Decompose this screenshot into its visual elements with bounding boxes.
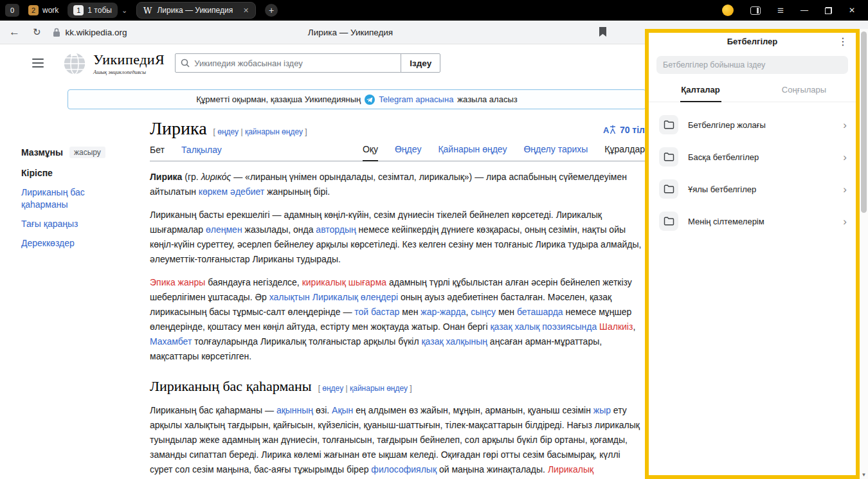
- article-link[interactable]: беташарда: [517, 307, 563, 317]
- bracket: ]: [305, 127, 307, 136]
- window-minimize-button[interactable]: —: [800, 6, 808, 15]
- tab-group-dropdown-icon[interactable]: ⌄: [122, 6, 127, 15]
- tab-group-work-count: 2: [28, 5, 39, 15]
- tab-close-icon[interactable]: ✕: [243, 6, 249, 15]
- bookmarks-search[interactable]: [656, 56, 848, 74]
- browser-menu-icon[interactable]: ≡: [777, 5, 784, 16]
- article-red-link[interactable]: Эпика жанры: [150, 277, 205, 287]
- wiki-hamburger-icon[interactable]: [32, 59, 44, 68]
- folder-mobile-bookmarks[interactable]: Ұялы бетбелгілер ›: [649, 173, 856, 205]
- language-count-label: 70 тіл: [620, 125, 645, 135]
- site-security-chip[interactable]: kk.wikipedia.org: [53, 28, 127, 37]
- folder-bookmarks-bar[interactable]: Бетбелгілер жолағы ›: [649, 109, 856, 141]
- article-link[interactable]: автордың: [316, 224, 356, 235]
- article-link[interactable]: Лирикалық өлеңдері: [312, 292, 398, 302]
- tab-group-current[interactable]: 1 1 тобы: [68, 3, 118, 18]
- folder-icon: [659, 212, 678, 231]
- page-tab-edit[interactable]: Өңдеу: [395, 144, 421, 161]
- toc-item-main-character[interactable]: Лириканың бас қаһарманы: [21, 186, 118, 211]
- article-link[interactable]: халықтын: [269, 292, 310, 302]
- new-tab-button[interactable]: +: [265, 4, 278, 17]
- article-text: өзі.: [313, 405, 332, 415]
- toc-item-intro[interactable]: Кіріспе: [21, 167, 118, 179]
- page-tab-article[interactable]: Бет: [150, 145, 165, 161]
- divider: |: [240, 127, 242, 136]
- tab-folders[interactable]: Қалталар: [649, 79, 752, 102]
- active-tab[interactable]: W Лирика — Уикипедия ✕: [136, 2, 256, 19]
- tab-bar-right-controls: ≡ — ✕: [722, 5, 863, 16]
- bookmark-flag-icon[interactable]: [599, 27, 606, 37]
- bookmarks-panel-title: Бетбелгілер: [727, 37, 778, 46]
- table-of-contents: Мазмұны жасыру Кіріспе Лириканың бас қаһ…: [21, 118, 150, 479]
- article-link[interactable]: жыр: [593, 405, 611, 415]
- bookmarks-search-input[interactable]: [663, 60, 842, 69]
- back-button[interactable]: ←: [9, 26, 20, 39]
- section-edit-links: [ өңдеу | қайнарын өңдеу ]: [318, 384, 412, 393]
- title-edit-links: [ өңдеу | қайнарын өңдеу ]: [213, 127, 307, 136]
- tab-group-work[interactable]: 2 work: [28, 5, 59, 15]
- wiki-search-button[interactable]: Іздеу: [401, 53, 440, 73]
- article-paragraph: Эпика жанры баяндауға негізделсе, кирика…: [150, 275, 645, 364]
- reload-button[interactable]: ↻: [33, 26, 41, 38]
- toc-item-references[interactable]: Дереккөздер: [21, 237, 118, 249]
- article-link[interactable]: жар-жарда: [420, 307, 466, 317]
- lock-icon: [53, 28, 60, 37]
- tab-counter-badge[interactable]: 0: [5, 4, 19, 17]
- edit-link[interactable]: өңдеу: [217, 127, 239, 136]
- article-link[interactable]: қазақ халқының: [421, 336, 487, 347]
- telegram-channel-link[interactable]: Telegram арнасына: [379, 95, 453, 104]
- kebab-menu-icon[interactable]: ⋮: [838, 35, 848, 48]
- article-link[interactable]: философиялық: [371, 464, 437, 474]
- page-tab-history[interactable]: Өңделу тарихы: [523, 144, 588, 161]
- edit-source-link[interactable]: қайнарын өңдеу: [350, 384, 408, 393]
- scrollbar-down-icon[interactable]: ▼: [860, 472, 868, 478]
- tab-group-current-label: 1 тобы: [87, 6, 112, 15]
- window-close-button[interactable]: ✕: [849, 6, 855, 15]
- side-panel-icon[interactable]: [750, 6, 761, 15]
- article-link[interactable]: сыңсу: [471, 307, 496, 317]
- toc-item-see-also[interactable]: Тағы қараңыз: [21, 218, 118, 230]
- wikipedia-logo-lockup[interactable]: УикипедиЯ Ашық энциклопедиясы: [62, 50, 165, 76]
- article-red-link[interactable]: кирикалық шығарма: [302, 277, 386, 287]
- wiki-logo-title: УикипедиЯ: [93, 51, 165, 68]
- folder-other-bookmarks[interactable]: Басқа бетбелгілер ›: [649, 141, 856, 173]
- window-maximize-button[interactable]: [825, 7, 832, 14]
- article-text: мен: [399, 307, 420, 317]
- toc-hide-button[interactable]: жасыру: [69, 147, 105, 158]
- folder-label: Басқа бетбелгілер: [688, 152, 833, 162]
- chevron-right-icon: ›: [843, 152, 847, 163]
- article-link[interactable]: өлеңмен: [206, 224, 242, 235]
- article-red-link[interactable]: Шалкиіз: [599, 321, 633, 332]
- article-link[interactable]: Махамбет: [150, 336, 192, 347]
- article-link[interactable]: көркем әдебиет: [199, 186, 264, 197]
- bookmarks-folder-list: Бетбелгілер жолағы › Басқа бетбелгілер ›…: [649, 102, 856, 237]
- edit-link[interactable]: өңдеу: [322, 384, 343, 393]
- article-text: мен: [496, 307, 517, 317]
- article-link[interactable]: ақынның: [276, 405, 313, 415]
- banner-text-after: жазыла аласыз: [457, 95, 517, 104]
- article-link[interactable]: қазақ халық поэзиясында: [490, 321, 597, 332]
- folder-label: Менің сілтемелерім: [688, 217, 833, 226]
- language-icon: A: [603, 125, 616, 134]
- page-tab-talk[interactable]: Талқылау: [181, 145, 222, 161]
- browser-window: 0 2 work 1 1 тобы ⌄ W Лирика — Уикипедия…: [0, 0, 868, 479]
- bookmarks-tabs: Қалталар Соңғылары: [649, 79, 856, 102]
- article-link[interactable]: Ақын: [332, 405, 353, 415]
- tab-recent[interactable]: Соңғылары: [752, 79, 856, 102]
- page-tab-tools[interactable]: Құралдар: [604, 144, 645, 161]
- article-link[interactable]: той бастар: [354, 307, 399, 317]
- article-title: Лирика: [150, 118, 207, 139]
- page-tab-read[interactable]: Оқу: [363, 144, 378, 161]
- folder-icon: [659, 179, 678, 199]
- page-tab-edit-source[interactable]: Қайнарын өңдеу: [438, 144, 507, 161]
- scrollbar-thumb[interactable]: [861, 32, 867, 213]
- article-main: Лирика [ өңдеу | қайнарын өңдеу ]: [150, 118, 645, 479]
- article-text: Лирика: [150, 172, 182, 182]
- edit-source-link[interactable]: қайнарын өңдеу: [245, 127, 303, 136]
- wiki-search-input[interactable]: [194, 59, 395, 68]
- folder-my-links[interactable]: Менің сілтемелерім ›: [649, 205, 856, 237]
- assistant-icon[interactable]: [722, 5, 734, 16]
- language-selector-button[interactable]: A 70 тіл: [603, 125, 645, 135]
- article-text: λυρικός: [201, 172, 231, 182]
- page-scrollbar[interactable]: ▼: [860, 29, 868, 479]
